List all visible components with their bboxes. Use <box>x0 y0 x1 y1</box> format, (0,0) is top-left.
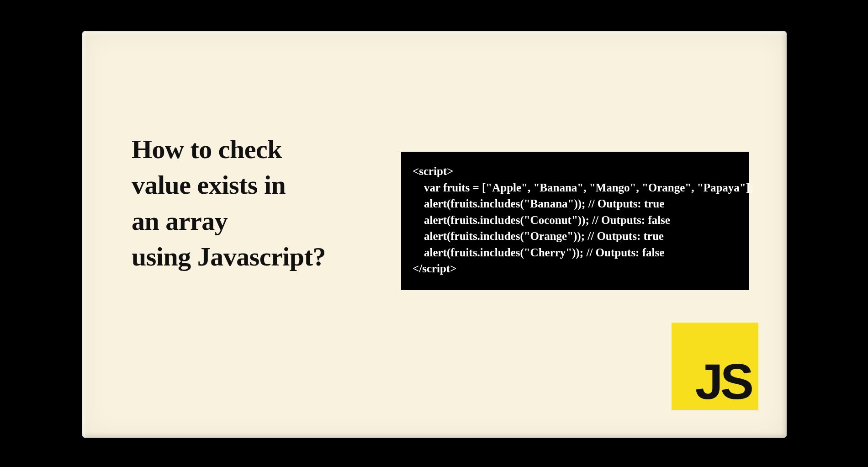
code-line: <script> <box>413 165 454 177</box>
code-line: alert(fruits.includes("Coconut")); // Ou… <box>413 214 670 226</box>
title-line: using Javascript? <box>132 242 326 271</box>
code-line: </script> <box>413 262 457 275</box>
code-block-frame: <script> var fruits = ["Apple", "Banana"… <box>401 152 749 290</box>
title-line: How to check <box>132 134 282 164</box>
code-block: <script> var fruits = ["Apple", "Banana"… <box>408 158 743 284</box>
slide-card: How to check value exists in an array us… <box>82 31 787 438</box>
title-line: value exists in <box>132 170 286 200</box>
slide-card-wrap: How to check value exists in an array us… <box>82 31 787 438</box>
code-line: var fruits = ["Apple", "Banana", "Mango"… <box>413 181 753 194</box>
slide-title: How to check value exists in an array us… <box>132 132 378 275</box>
code-line: alert(fruits.includes("Banana")); // Out… <box>413 197 664 210</box>
code-line: alert(fruits.includes("Cherry")); // Out… <box>413 246 664 259</box>
title-line: an array <box>132 206 228 236</box>
js-logo-text: JS <box>695 356 751 407</box>
code-line: alert(fruits.includes("Orange")); // Out… <box>413 230 664 242</box>
js-logo-badge: JS <box>672 323 758 409</box>
